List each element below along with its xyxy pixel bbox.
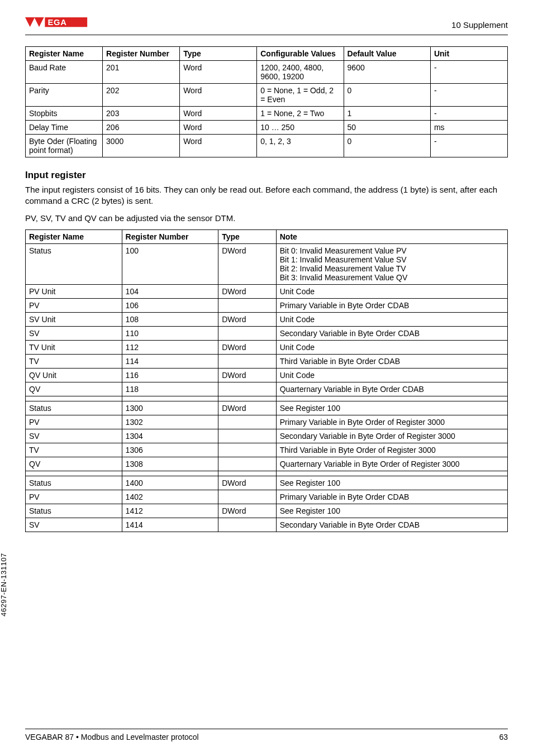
table-cell: 202 bbox=[103, 84, 180, 107]
table-cell: SV bbox=[26, 429, 122, 443]
col-header: Register Name bbox=[26, 229, 122, 243]
svg-marker-1 bbox=[34, 17, 44, 27]
table-cell: Quarternary Variable in Byte Order of Re… bbox=[276, 457, 507, 471]
table-cell: Third Variable in Byte Order of Register… bbox=[276, 443, 507, 457]
table-cell: QV Unit bbox=[26, 368, 122, 382]
table-row: Delay Time206Word10 … 25050ms bbox=[26, 121, 508, 135]
table-row: PV1402Primary Variable in Byte Order CDA… bbox=[26, 490, 508, 504]
table-row bbox=[26, 396, 508, 401]
table-cell: 1308 bbox=[122, 457, 218, 471]
col-header: Note bbox=[276, 229, 507, 243]
table-cell: Primary Variable in Byte Order CDAB bbox=[276, 298, 507, 312]
table-row: Status100DWordBit 0: Invalid Measurement… bbox=[26, 243, 508, 284]
footer-bar: VEGABAR 87 • Modbus and Levelmaster prot… bbox=[25, 729, 508, 741]
table-cell: Status bbox=[26, 243, 122, 284]
table-cell: Delay Time bbox=[26, 121, 103, 135]
table-cell: PV Unit bbox=[26, 284, 122, 298]
table-cell: 203 bbox=[103, 107, 180, 121]
table-cell: 114 bbox=[122, 354, 218, 368]
table-cell: Secondary Variable in Byte Order CDAB bbox=[276, 326, 507, 340]
table-row: PV106Primary Variable in Byte Order CDAB bbox=[26, 298, 508, 312]
table-cell: DWord bbox=[218, 476, 277, 490]
table-cell bbox=[218, 396, 277, 401]
table-cell: 1400 bbox=[122, 476, 218, 490]
table-row: Parity202Word0 = None, 1 = Odd, 2 = Even… bbox=[26, 84, 508, 107]
table-row: Status1412DWordSee Register 100 bbox=[26, 504, 508, 518]
table-cell: 1414 bbox=[122, 518, 218, 532]
table-cell: 10 … 250 bbox=[257, 121, 344, 135]
table-cell: DWord bbox=[218, 368, 277, 382]
table-row: Baud Rate201Word1200, 2400, 4800, 9600, … bbox=[26, 61, 508, 84]
table-cell: Stopbits bbox=[26, 107, 103, 121]
table-cell: SV bbox=[26, 326, 122, 340]
table-cell: PV bbox=[26, 415, 122, 429]
table-cell bbox=[122, 471, 218, 476]
table-cell: DWord bbox=[218, 401, 277, 415]
table-cell: Secondary Variable in Byte Order of Regi… bbox=[276, 429, 507, 443]
table-cell: 1 bbox=[344, 107, 430, 121]
table-cell bbox=[218, 471, 277, 476]
table-cell: DWord bbox=[218, 312, 277, 326]
table-cell: Word bbox=[180, 135, 257, 157]
table-cell: - bbox=[430, 107, 507, 121]
footer-title: VEGABAR 87 • Modbus and Levelmaster prot… bbox=[25, 733, 199, 741]
table-cell: Primary Variable in Byte Order of Regist… bbox=[276, 415, 507, 429]
table-cell: 1402 bbox=[122, 490, 218, 504]
col-header: Default Value bbox=[344, 47, 430, 61]
svg-text:EGA: EGA bbox=[47, 18, 66, 27]
table-cell: ms bbox=[430, 121, 507, 135]
page-number: 63 bbox=[499, 733, 508, 741]
table-cell bbox=[218, 326, 277, 340]
table-cell: Word bbox=[180, 121, 257, 135]
table-row: TV114Third Variable in Byte Order CDAB bbox=[26, 354, 508, 368]
col-header: Type bbox=[180, 47, 257, 61]
table-cell: 0 bbox=[344, 135, 430, 157]
table-cell bbox=[218, 354, 277, 368]
table-row: TV1306Third Variable in Byte Order of Re… bbox=[26, 443, 508, 457]
table-row: SV1414Secondary Variable in Byte Order C… bbox=[26, 518, 508, 532]
table-cell: Secondary Variable in Byte Order CDAB bbox=[276, 518, 507, 532]
table-cell: 104 bbox=[122, 284, 218, 298]
svg-marker-0 bbox=[25, 17, 35, 27]
table-row: Byte Oder (Floating point format)3000Wor… bbox=[26, 135, 508, 157]
table-row: QV118Quarternary Variable in Byte Order … bbox=[26, 382, 508, 396]
table-cell: 206 bbox=[103, 121, 180, 135]
table-cell: Unit Code bbox=[276, 312, 507, 326]
table-cell bbox=[218, 415, 277, 429]
table-cell: Bit 0: Invalid Measurement Value PVBit 1… bbox=[276, 243, 507, 284]
table-cell: SV bbox=[26, 518, 122, 532]
table-cell: - bbox=[430, 61, 507, 84]
table-cell: Word bbox=[180, 107, 257, 121]
table-cell: SV Unit bbox=[26, 312, 122, 326]
table-cell bbox=[218, 429, 277, 443]
table-cell: 1300 bbox=[122, 401, 218, 415]
table-row: QV Unit116DWordUnit Code bbox=[26, 368, 508, 382]
table-cell: 0 bbox=[344, 84, 430, 107]
col-header: Configurable Values bbox=[257, 47, 344, 61]
table-cell: 1 = None, 2 = Two bbox=[257, 107, 344, 121]
holding-registers-table: Register Name Register Number Type Confi… bbox=[25, 46, 508, 157]
table-cell: - bbox=[430, 84, 507, 107]
table-cell: 0, 1, 2, 3 bbox=[257, 135, 344, 157]
table-cell bbox=[218, 443, 277, 457]
table-cell: 116 bbox=[122, 368, 218, 382]
table-cell: 9600 bbox=[344, 61, 430, 84]
table-cell bbox=[218, 490, 277, 504]
table-cell: 118 bbox=[122, 382, 218, 396]
table-cell: Primary Variable in Byte Order CDAB bbox=[276, 490, 507, 504]
section-paragraph: PV, SV, TV and QV can be adjusted via th… bbox=[25, 213, 508, 224]
table-cell: 1304 bbox=[122, 429, 218, 443]
col-header: Unit bbox=[430, 47, 507, 61]
header-bar: EGA 10 Supplement bbox=[25, 17, 508, 35]
table-row: Status1400DWordSee Register 100 bbox=[26, 476, 508, 490]
section-heading: Input register bbox=[25, 170, 508, 181]
table-cell: Unit Code bbox=[276, 368, 507, 382]
table-row: SV1304Secondary Variable in Byte Order o… bbox=[26, 429, 508, 443]
table-cell: 1302 bbox=[122, 415, 218, 429]
table-row: PV Unit104DWordUnit Code bbox=[26, 284, 508, 298]
table-header-row: Register Name Register Number Type Confi… bbox=[26, 47, 508, 61]
table-cell: 0 = None, 1 = Odd, 2 = Even bbox=[257, 84, 344, 107]
table-cell: - bbox=[430, 135, 507, 157]
table-cell: TV bbox=[26, 443, 122, 457]
table-cell: DWord bbox=[218, 243, 277, 284]
